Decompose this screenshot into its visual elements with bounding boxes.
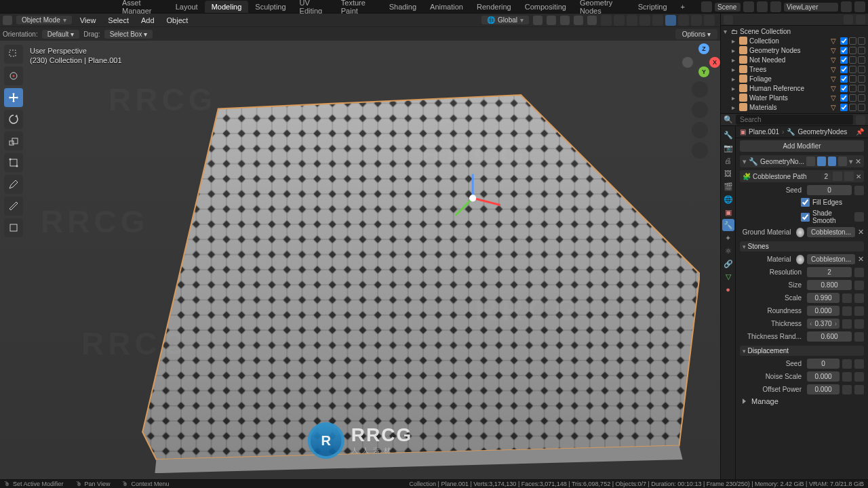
drag-dropdown[interactable]: Select Box ▾ [104,30,153,39]
outliner-item[interactable]: ▸ Geometry Nodes ▽ [721,45,868,55]
tool-rotate[interactable] [4,110,23,129]
vp-menu-view[interactable]: View [76,14,100,26]
tab-rendering[interactable]: Rendering [470,1,518,13]
outliner-exclude-checkbox[interactable] [840,56,848,64]
outliner-item[interactable]: ▸ Not Needed ▽ [721,55,868,64]
chevron-right-icon[interactable]: ▸ [732,66,737,73]
scale-extra-icon[interactable] [842,293,852,303]
outliner-item[interactable]: ▸ Foliage ▽ [721,74,868,83]
scene-new-icon[interactable] [743,1,754,12]
noise-dot-icon[interactable] [854,372,864,382]
tab-layout[interactable]: Layout [169,1,205,13]
ptab-material[interactable]: ● [722,283,734,296]
tool-annotate[interactable] [4,175,23,194]
ptab-object[interactable]: ▣ [722,206,734,218]
outliner-new-collection-icon[interactable] [856,15,865,24]
modifier-header[interactable]: ▾ 🔧 GeometryNo... ▾ ✕ [740,155,864,167]
vp-menu-select[interactable]: Select [104,14,133,26]
hide-render-icon[interactable] [858,75,865,83]
orientation-dropdown[interactable]: Default ▾ [42,30,79,39]
ptab-world[interactable]: 🌐 [722,193,734,205]
pin-icon[interactable]: 📌 [856,128,864,136]
value-seed[interactable]: 0 [807,185,852,195]
ptab-viewlayer[interactable]: 🖼 [722,167,734,180]
seed-keyframe-icon[interactable] [854,186,864,195]
ptab-physics[interactable]: ⚛ [722,245,734,257]
outliner-item[interactable]: ▸ Materials ▽ [721,102,868,112]
snap-dropdown-icon[interactable] [560,16,570,25]
viewlayer-new-icon[interactable] [841,1,852,12]
viewlayer-delete-icon[interactable] [854,1,865,12]
value-scale[interactable]: 0.990 [807,293,840,303]
ptab-modifiers[interactable]: 🔧 [722,219,734,231]
mod-toggle-edit-icon[interactable] [806,157,815,166]
chevron-right-icon[interactable]: ▸ [732,37,737,45]
nav-gizmo[interactable]: Z X Y [684,45,716,77]
hide-viewport-icon[interactable] [849,37,856,45]
ground-mat-clear-icon[interactable]: ✕ [858,228,864,237]
subhead-displacement[interactable]: Displacement [740,346,864,356]
tab-compositing[interactable]: Compositing [518,1,573,13]
outliner-scene-collection[interactable]: ▾ 🗀 Scene Collection [721,27,868,36]
thick-extra-icon[interactable] [842,319,852,329]
tab-shading[interactable]: Shading [382,1,423,13]
outliner-filter-funnel-icon[interactable] [856,115,865,125]
ptab-data[interactable]: ▽ [722,270,734,283]
shading-solid-icon[interactable] [665,15,676,26]
gizmo-toggle-icon[interactable] [614,15,625,26]
hide-render-icon[interactable] [858,104,865,111]
mod-toggle-render-icon[interactable] [828,157,837,166]
viewlayer-name-field[interactable]: ViewLayer [784,3,838,12]
scene-name-field[interactable]: Scene [715,3,741,12]
tool-measure[interactable] [4,197,23,216]
chevron-right-icon[interactable]: ▸ [732,94,737,102]
crumb-modifier[interactable]: GeometryNodes [797,128,847,136]
tab-scripting[interactable]: Scripting [631,1,674,13]
subhead-stones[interactable]: Stones [740,241,864,251]
mod-toggle-cage-icon[interactable] [838,157,847,166]
scale-dot-icon[interactable] [854,293,864,303]
mode-dropdown[interactable]: Object Mode ▾ [16,16,72,24]
proportional-edit-icon[interactable] [574,16,583,25]
hide-render-icon[interactable] [858,56,865,64]
dseed-extra-icon[interactable] [842,359,852,369]
axis-neg-icon[interactable] [682,57,693,68]
outliner-item[interactable]: ▸ Water Plants ▽ [721,93,868,102]
hide-render-icon[interactable] [858,47,865,54]
hide-render-icon[interactable] [858,66,865,73]
value-resolution[interactable]: 2 [807,267,852,277]
tab-animation[interactable]: Animation [423,1,470,13]
pivot-point-icon[interactable] [533,16,542,25]
chevron-right-icon[interactable]: ▸ [732,75,737,83]
outliner-exclude-checkbox[interactable] [840,104,848,111]
tab-sculpting[interactable]: Sculpting [248,1,292,13]
ptab-output[interactable]: 🖨 [722,155,734,167]
editor-type-icon[interactable] [3,16,12,25]
tool-scale[interactable] [4,131,23,150]
chevron-right-icon[interactable]: ▸ [732,85,737,92]
tool-move[interactable] [4,88,23,107]
outliner-exclude-checkbox[interactable] [840,47,848,54]
ptab-render[interactable]: 📷 [722,142,734,154]
tool-transform[interactable] [4,153,23,172]
axis-x-icon[interactable]: X [709,57,720,68]
ptab-constraints[interactable]: 🔗 [722,258,734,270]
outliner-exclude-checkbox[interactable] [840,94,848,102]
viewlayer-browse-icon[interactable] [770,1,781,12]
tab-modeling[interactable]: Modeling [205,1,249,13]
checkbox-fill-edges[interactable] [801,198,810,207]
value-disp-seed[interactable]: 0 [807,359,840,369]
outliner-filter-icon[interactable] [844,15,853,24]
value-offset-power[interactable]: 0.000 [807,384,840,394]
viewport-options-dropdown[interactable]: Options ▾ [675,29,717,39]
hide-viewport-icon[interactable] [849,56,856,64]
outliner-tree[interactable]: ▾ 🗀 Scene Collection ▸ Collection ▽ ▸ Ge… [721,26,868,113]
hide-viewport-icon[interactable] [849,66,856,73]
add-modifier-button[interactable]: Add Modifier [740,140,864,152]
vp-menu-object[interactable]: Object [163,14,193,26]
visibility-toggle-icon[interactable] [601,15,612,26]
value-ground-material[interactable]: Cobbleston... [807,227,855,237]
shading-wireframe-icon[interactable] [652,15,663,26]
chevron-right-icon[interactable]: ▸ [732,47,737,54]
ptab-tool[interactable]: 🔧 [722,129,734,141]
